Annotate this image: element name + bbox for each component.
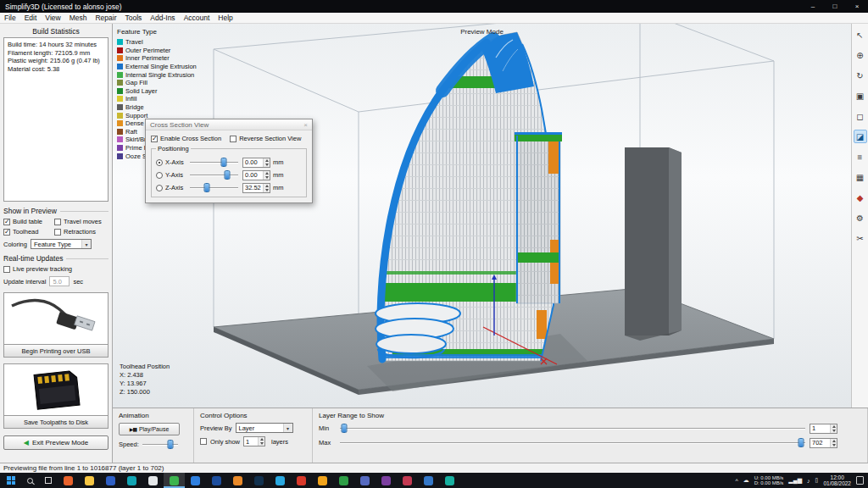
play-pause-button[interactable]: ▶▮▮ Play/Pause [119,423,180,435]
3d-scene[interactable] [113,24,868,408]
menu-item[interactable]: File [0,13,20,23]
task-view-button[interactable] [39,473,58,488]
taskbar-app[interactable] [439,473,460,488]
volume-icon[interactable]: ♪ [807,478,810,484]
taskbar-app[interactable] [227,473,248,488]
menu-item[interactable]: View [41,13,64,23]
y-axis-value-input[interactable]: 0.00 [242,170,270,180]
spinner-arrows[interactable] [263,184,270,192]
dialog-titlebar[interactable]: Cross Section View × [146,119,312,130]
taskbar-app[interactable] [270,473,291,488]
search-button[interactable] [20,473,39,488]
clock[interactable]: 12:00 01/08/2022 [823,474,851,487]
y-axis-slider[interactable] [190,169,238,180]
min-layer-input[interactable]: 1 [810,424,837,434]
speed-slider[interactable] [142,439,178,450]
snapshot-tool-button[interactable]: ◻ [854,109,867,123]
max-layer-input[interactable]: 702 [810,438,837,448]
taskbar-app[interactable] [142,473,164,488]
spinner-arrows[interactable] [830,424,837,433]
legend-item-label: Solid Layer [125,87,158,95]
layers-tool-button[interactable]: ≡ [854,150,867,164]
preview-by-select[interactable]: Layer [236,423,293,433]
slider-handle[interactable] [168,440,174,449]
taskbar-app[interactable] [397,473,418,488]
max-layer-slider[interactable] [340,437,805,448]
taskbar-app[interactable] [100,473,121,488]
slider-handle[interactable] [225,170,231,180]
battery-icon[interactable]: ▯ [815,477,819,484]
tray-expand-icon[interactable]: ^ [735,478,737,484]
begin-printing-usb-button[interactable]: Begin Printing over USB [4,344,108,357]
taskbar-app[interactable] [206,473,227,488]
taskbar-app[interactable] [312,473,333,488]
signal-icon[interactable]: ▂▄▆ [788,477,802,484]
menu-item[interactable]: Account [180,13,214,23]
taskbar-app[interactable] [291,473,312,488]
slider-handle[interactable] [342,424,348,433]
cloud-icon[interactable]: ☁ [743,477,749,484]
taskbar-app[interactable] [164,473,185,488]
zoom-tool-button[interactable]: ⊕ [854,48,867,62]
taskbar-app[interactable] [354,473,376,488]
close-button[interactable]: × [846,0,868,13]
preview-option-checkbox[interactable]: Travel moves [54,218,108,225]
supports-tool-button[interactable]: ◆ [854,191,867,204]
spinner-arrows[interactable] [830,439,837,447]
taskbar-app[interactable] [333,473,354,488]
menu-item[interactable]: Add-Ins [146,13,179,23]
preview-option-checkbox[interactable]: Toolhead [3,228,54,236]
only-show-checkbox[interactable] [200,438,207,445]
slider-handle[interactable] [203,183,209,192]
x-axis-value-input[interactable]: 0.00 [242,158,270,168]
taskbar-app[interactable] [185,473,206,488]
menu-item[interactable]: Edit [20,13,42,23]
maximize-button[interactable]: □ [824,0,846,13]
coloring-select[interactable]: Feature Type [31,239,92,249]
z-axis-value-input[interactable]: 32.52 [242,183,270,193]
z-axis-radio[interactable] [156,185,163,191]
dialog-close-icon[interactable]: × [303,121,308,129]
preview-option-checkbox[interactable]: Retractions [54,228,108,236]
menu-item[interactable]: Help [214,13,236,23]
settings-tool-button[interactable]: ⚙ [854,211,867,225]
taskbar-app[interactable] [418,473,439,488]
minimize-button[interactable]: – [802,0,824,13]
reverse-section-checkbox[interactable]: Reverse Section View [230,135,301,142]
preview-option-checkbox[interactable]: Build table [3,218,54,225]
x-axis-slider[interactable] [190,157,238,168]
x-axis-radio[interactable] [156,159,163,166]
spinner-arrows[interactable] [263,158,270,167]
only-show-value-input[interactable]: 1 [243,436,265,446]
animation-title: Animation [119,412,187,419]
select-tool-button[interactable]: ↖ [854,28,867,42]
fit-view-tool-button[interactable]: ▣ [854,89,867,103]
exit-preview-button[interactable]: ◀ Exit Preview Mode [3,435,108,450]
slider-handle[interactable] [798,438,804,447]
spinner-arrows[interactable] [263,171,270,180]
cut-tool-button[interactable]: ✂ [854,231,867,245]
rotate-view-tool-button[interactable]: ↻ [854,69,867,82]
menu-item[interactable]: Tools [120,13,146,23]
mesh-tool-button[interactable]: ▦ [854,170,867,184]
slider-handle[interactable] [220,158,226,167]
y-axis-radio[interactable] [156,172,163,179]
min-layer-slider[interactable] [340,423,805,434]
live-preview-checkbox[interactable]: Live preview tracking [3,265,108,273]
notification-center-icon[interactable] [856,476,864,485]
update-interval-input[interactable]: 5.0 [49,276,70,286]
taskbar-app[interactable] [79,473,100,488]
save-to-disk-panel: Save Toolpaths to Disk [3,363,108,429]
z-axis-slider[interactable] [190,182,238,193]
save-toolpaths-button[interactable]: Save Toolpaths to Disk [4,415,108,428]
taskbar-app[interactable] [58,473,79,488]
cross-section-tool-button[interactable]: ◪ [854,130,867,143]
taskbar-app[interactable] [121,473,142,488]
enable-cross-section-checkbox[interactable]: Enable Cross Section [151,135,221,142]
spinner-arrows[interactable] [258,437,264,446]
menu-item[interactable]: Repair [91,13,120,23]
taskbar-app[interactable] [248,473,270,488]
taskbar-app[interactable] [376,473,397,488]
start-button[interactable] [2,473,20,488]
menu-item[interactable]: Mesh [65,13,92,23]
